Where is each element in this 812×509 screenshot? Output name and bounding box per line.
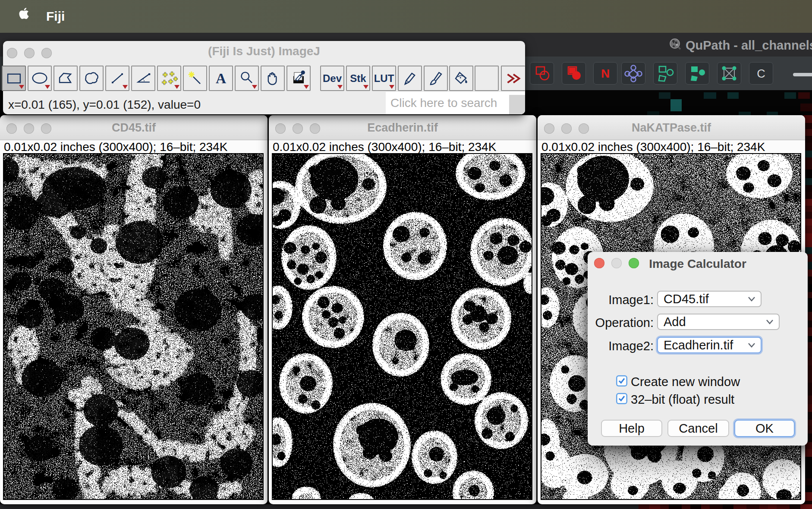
svg-text:C: C	[757, 67, 765, 80]
svg-text:N: N	[601, 67, 610, 80]
svg-text:A: A	[216, 70, 226, 86]
